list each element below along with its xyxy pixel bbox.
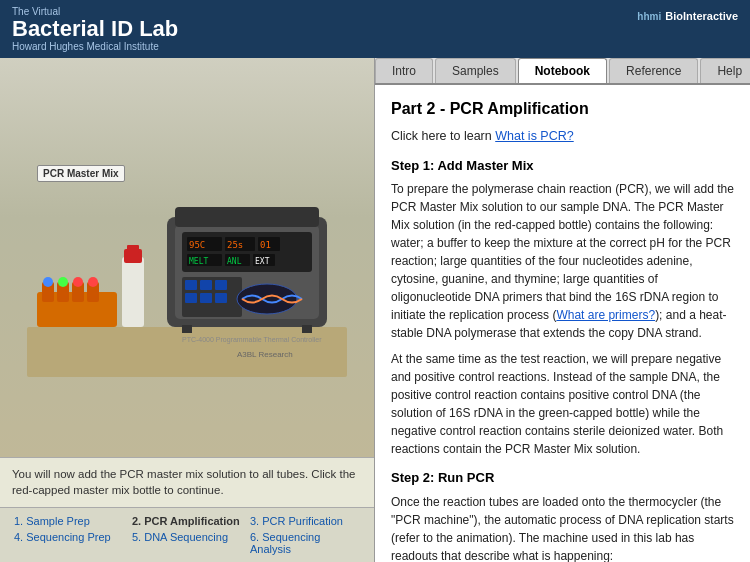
tabs: Intro Samples Notebook Reference Help — [375, 58, 750, 85]
svg-rect-35 — [215, 293, 227, 303]
step1-heading: Step 1: Add Master Mix — [391, 156, 734, 176]
header-left: The Virtual Bacterial ID Lab Howard Hugh… — [12, 6, 178, 52]
tab-intro[interactable]: Intro — [375, 58, 433, 83]
svg-point-36 — [237, 284, 297, 314]
page-title: Part 2 - PCR Amplification — [391, 97, 734, 121]
svg-text:A3BL Research: A3BL Research — [237, 350, 293, 359]
svg-rect-39 — [302, 325, 312, 333]
svg-text:01: 01 — [260, 240, 271, 250]
left-panel: PCR Master Mix — [0, 58, 375, 562]
step-4[interactable]: 4. Sequencing Prep — [12, 530, 126, 556]
svg-text:MELT: MELT — [189, 257, 208, 266]
step1-para2: At the same time as the test reaction, w… — [391, 350, 734, 458]
svg-rect-32 — [215, 280, 227, 290]
svg-rect-38 — [182, 325, 192, 333]
svg-text:95C: 95C — [189, 240, 205, 250]
lab-scene-svg: 95C 25s 01 MELT ANL EXT — [27, 137, 347, 377]
svg-point-9 — [88, 277, 98, 287]
app-title: Bacterial ID Lab — [12, 17, 178, 41]
step-1[interactable]: 1. Sample Prep — [12, 514, 126, 528]
biointeractive-label: BioInteractive — [665, 10, 738, 22]
svg-text:EXT: EXT — [255, 257, 270, 266]
click-here-section: Click here to learn What is PCR? — [391, 127, 734, 146]
click-prefix: Click here to learn — [391, 129, 495, 143]
svg-rect-12 — [127, 245, 139, 253]
scene-caption: You will now add the PCR master mix solu… — [0, 457, 374, 507]
steps-nav: 1. Sample Prep 2. PCR Amplification 3. P… — [0, 507, 374, 562]
lab-scene: PCR Master Mix — [0, 58, 374, 456]
svg-rect-34 — [200, 293, 212, 303]
right-panel: Intro Samples Notebook Reference Help Pa… — [375, 58, 750, 562]
svg-rect-0 — [27, 327, 347, 377]
svg-point-8 — [73, 277, 83, 287]
tab-help[interactable]: Help — [700, 58, 750, 83]
svg-rect-10 — [122, 257, 144, 327]
step1-para1-text: To prepare the polymerase chain reaction… — [391, 182, 734, 322]
step1-para1: To prepare the polymerase chain reaction… — [391, 180, 734, 342]
content-area: Part 2 - PCR Amplification Click here to… — [375, 85, 750, 562]
step-5[interactable]: 5. DNA Sequencing — [130, 530, 244, 556]
svg-rect-31 — [200, 280, 212, 290]
tab-samples[interactable]: Samples — [435, 58, 516, 83]
svg-point-6 — [43, 277, 53, 287]
tab-reference[interactable]: Reference — [609, 58, 698, 83]
svg-rect-33 — [185, 293, 197, 303]
tab-notebook[interactable]: Notebook — [518, 58, 607, 83]
header-right: hhmi BioInteractive — [637, 10, 738, 22]
svg-point-7 — [58, 277, 68, 287]
svg-text:25s: 25s — [227, 240, 243, 250]
svg-text:ANL: ANL — [227, 257, 242, 266]
what-are-primers-link[interactable]: What are primers? — [556, 308, 655, 322]
svg-rect-30 — [185, 280, 197, 290]
step2-para1: Once the reaction tubes are loaded onto … — [391, 493, 734, 562]
pcr-machine-area: PCR Master Mix — [27, 137, 347, 377]
step-6[interactable]: 6. Sequencing Analysis — [248, 530, 362, 556]
institution: Howard Hughes Medical Institute — [12, 41, 178, 52]
header: The Virtual Bacterial ID Lab Howard Hugh… — [0, 0, 750, 58]
step2-heading: Step 2: Run PCR — [391, 468, 734, 488]
step-2[interactable]: 2. PCR Amplification — [130, 514, 244, 528]
steps-grid: 1. Sample Prep 2. PCR Amplification 3. P… — [12, 514, 362, 556]
step-3[interactable]: 3. PCR Purification — [248, 514, 362, 528]
what-is-pcr-link[interactable]: What is PCR? — [495, 129, 574, 143]
hhmi-label: hhmi — [637, 11, 661, 22]
svg-text:PTC-4000  Programmable Thermal: PTC-4000 Programmable Thermal Controller — [182, 336, 322, 344]
svg-rect-15 — [175, 207, 319, 227]
main-layout: PCR Master Mix — [0, 58, 750, 562]
